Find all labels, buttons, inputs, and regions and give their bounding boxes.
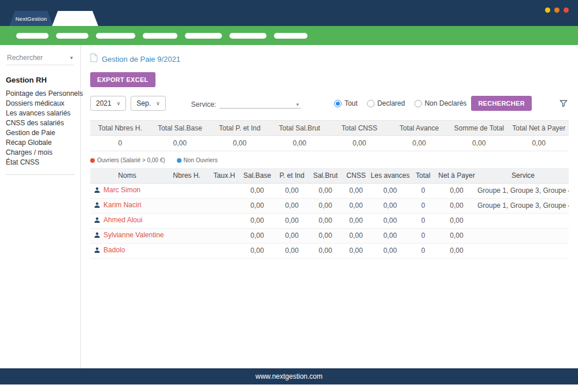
nav-pill[interactable] <box>274 33 307 39</box>
col-header-sal-brut: Sal.Brut <box>309 168 342 183</box>
cell-total: 0 <box>410 198 436 213</box>
employee-name-link[interactable]: Sylvianne Valentine <box>103 231 164 239</box>
sidebar-divider <box>6 174 75 175</box>
content-area: Rechercher ▾ Gestion RH Pointage des Per… <box>0 45 578 368</box>
sidebar-item-gestion-paie[interactable]: Gestion de Paie <box>6 128 75 138</box>
sidebar-item-etat-cnss[interactable]: État CNSS <box>6 158 75 167</box>
employee-name-link[interactable]: Marc Simon <box>103 186 140 194</box>
nav-pill[interactable] <box>96 33 135 39</box>
window-close-button[interactable] <box>564 8 569 13</box>
nav-pill[interactable] <box>143 33 177 39</box>
employee-name-link[interactable]: Karim Naciri <box>103 201 141 209</box>
nav-pill[interactable] <box>16 33 49 39</box>
nav-pill[interactable] <box>185 33 222 39</box>
window-titlebar: NextGestion <box>0 0 578 26</box>
cell-sal-brut: 0,00 <box>309 198 342 213</box>
window-minimize-button[interactable] <box>545 8 550 13</box>
red-dot-icon <box>90 158 95 163</box>
radio-non-declares-label: Non Declarés <box>425 99 467 107</box>
declaration-radio-group: Tout Declared Non Declarés <box>334 99 466 107</box>
main-panel: Gestion de Paie 9/2021 EXPORT EXCEL 2021… <box>81 45 578 368</box>
cell-les-avances: 0,00 <box>370 228 410 243</box>
employee-name-link[interactable]: Badolo <box>103 246 125 254</box>
radio-non-declares[interactable]: Non Declarés <box>414 99 467 107</box>
summary-col-header: Somme de Total <box>449 121 509 136</box>
table-row[interactable]: Marc Simon 0,00 0,00 0,00 0,00 0,00 0 0,… <box>90 183 569 198</box>
sidebar-item-cnss-salaries[interactable]: CNSS des salariés <box>6 118 75 128</box>
radio-icon <box>414 100 422 107</box>
summary-value: 0,00 <box>150 136 210 151</box>
legend-ouvriers-label: Ouvriers (Salarié > 0,00 €) <box>97 157 165 163</box>
cell-sal-brut: 0,00 <box>309 183 342 198</box>
nav-pill[interactable] <box>229 33 266 39</box>
legend-ouvriers: Ouvriers (Salarié > 0,00 €) <box>90 157 165 163</box>
sidebar-item-charges-mois[interactable]: Charges / mois <box>6 148 75 158</box>
summary-value: 0,00 <box>270 136 330 151</box>
chevron-down-icon: ▾ <box>296 102 299 107</box>
cell-les-avances: 0,00 <box>370 213 410 228</box>
cell-nbres-h <box>164 183 209 198</box>
cell-sal-brut: 0,00 <box>309 213 342 228</box>
cell-les-avances: 0,00 <box>370 198 410 213</box>
service-select[interactable]: ▾ <box>220 99 301 109</box>
summary-value: 0,00 <box>390 136 450 151</box>
sidebar-item-dossiers-medicaux[interactable]: Dossiers médicaux <box>6 99 75 109</box>
browser-tab-blank[interactable] <box>52 11 98 26</box>
window-maximize-button[interactable] <box>554 8 560 13</box>
main-navbar <box>0 26 578 45</box>
browser-tab-nextgestion[interactable]: NextGestion <box>9 11 53 26</box>
cell-taux-h <box>209 213 239 228</box>
blue-dot-icon <box>177 158 181 163</box>
nav-pill[interactable] <box>56 33 88 39</box>
summary-col-header: Total Sal.Brut <box>270 121 330 136</box>
cell-p-et-ind: 0,00 <box>275 213 309 228</box>
cell-nbres-h <box>164 213 209 228</box>
year-select[interactable]: 2021 ∨ <box>90 96 126 111</box>
document-icon <box>90 53 98 65</box>
cell-sal-base: 0,00 <box>239 183 275 198</box>
sidebar-item-avances-salaries[interactable]: Les avances salariés <box>6 109 75 118</box>
filter-icon[interactable] <box>560 99 568 107</box>
table-row[interactable]: Karim Naciri 0,00 0,00 0,00 0,00 0,00 0 … <box>90 198 569 213</box>
table-row[interactable]: Sylvianne Valentine 0,00 0,00 0,00 0,00 … <box>90 228 569 243</box>
sidebar: Rechercher ▾ Gestion RH Pointage des Per… <box>0 45 81 368</box>
col-header-taux-h: Taux.H <box>209 168 239 183</box>
person-icon <box>94 202 101 210</box>
cell-les-avances: 0,00 <box>370 243 410 258</box>
cell-total: 0 <box>410 243 436 258</box>
cell-taux-h <box>209 183 239 198</box>
sidebar-search-dropdown[interactable]: Rechercher ▾ <box>6 52 74 65</box>
sidebar-item-recap-globale[interactable]: Récap Globale <box>6 138 75 148</box>
cell-net-a-payer: 0,00 <box>436 228 477 243</box>
summary-value: 0 <box>90 136 150 151</box>
export-excel-button[interactable]: EXPORT EXCEL <box>90 72 155 87</box>
window-controls <box>545 8 569 13</box>
col-header-service: Service <box>477 168 569 183</box>
col-header-cnss: CNSS <box>342 168 370 183</box>
employee-name-link[interactable]: Ahmed Aloui <box>103 216 142 224</box>
cell-taux-h <box>209 243 239 258</box>
radio-tout-label: Tout <box>344 99 358 107</box>
person-icon <box>94 217 101 225</box>
cell-les-avances: 0,00 <box>370 183 410 198</box>
summary-col-header: Total CNSS <box>329 121 390 136</box>
radio-selected-icon <box>334 100 342 107</box>
col-header-nbres-h: Nbres H. <box>164 168 209 183</box>
month-select[interactable]: Sep. ∨ <box>131 96 165 111</box>
summary-header-row: Total Nbres H. Total Sal.Base Total P. e… <box>90 121 569 136</box>
radio-declared[interactable]: Declared <box>367 99 405 107</box>
summary-col-header: Total Sal.Base <box>150 121 210 136</box>
cell-p-et-ind: 0,00 <box>275 183 309 198</box>
cell-sal-brut: 0,00 <box>309 228 342 243</box>
radio-tout[interactable]: Tout <box>334 99 358 107</box>
cell-sal-base: 0,00 <box>239 198 275 213</box>
sidebar-item-pointage[interactable]: Pointage des Personnels <box>6 89 75 99</box>
table-row[interactable]: Ahmed Aloui 0,00 0,00 0,00 0,00 0,00 0 0… <box>90 213 569 228</box>
cell-service <box>477 243 569 258</box>
cell-cnss: 0,00 <box>342 183 370 198</box>
cell-total: 0 <box>410 183 436 198</box>
cell-name: Marc Simon <box>90 183 164 198</box>
rechercher-button[interactable]: RECHERCHER <box>471 96 532 111</box>
table-row[interactable]: Badolo 0,00 0,00 0,00 0,00 0,00 0 0,00 <box>90 243 569 258</box>
legend: Ouvriers (Salarié > 0,00 €) Non Ouvriers <box>90 157 569 163</box>
